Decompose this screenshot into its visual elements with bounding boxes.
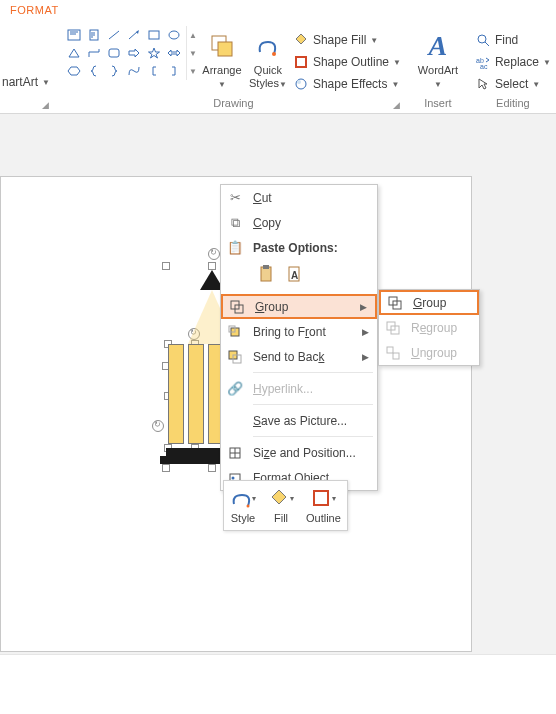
find-button[interactable]: Find xyxy=(473,30,553,50)
shape-arrow-line-icon[interactable] xyxy=(124,26,144,44)
sub-regroup: Regroup xyxy=(379,315,479,340)
svg-rect-20 xyxy=(296,57,306,67)
lamp-base-1-shape[interactable] xyxy=(166,448,224,456)
submenu-arrow-icon: ▶ xyxy=(360,302,367,312)
ctx-send-to-back[interactable]: Send to Back▶ xyxy=(221,344,377,369)
shape-oval-icon[interactable] xyxy=(164,26,184,44)
shape-connector-icon[interactable] xyxy=(124,62,144,80)
shape-rbrace-icon[interactable] xyxy=(104,62,124,80)
mini-outline-label: Outline xyxy=(306,512,341,524)
replace-button[interactable]: abacReplace▼ xyxy=(473,52,553,72)
scroll-down-icon[interactable]: ▼ xyxy=(187,44,199,62)
scroll-up-icon[interactable]: ▲ xyxy=(187,26,199,44)
shape-rectangle-icon[interactable] xyxy=(144,26,164,44)
mini-fill-button[interactable]: ▾ Fill xyxy=(268,487,294,524)
group-icon xyxy=(223,300,251,314)
shape-rounded-rect-icon[interactable] xyxy=(104,44,124,62)
shape-fill-button[interactable]: Shape Fill▼ xyxy=(291,30,403,50)
select-icon xyxy=(475,76,491,92)
arrange-button[interactable]: Arrange▼ xyxy=(199,26,245,91)
shape-line-icon[interactable] xyxy=(104,26,124,44)
group-icon xyxy=(381,296,409,310)
tab-format[interactable]: FORMAT xyxy=(0,0,69,22)
quick-styles-label: Quick Styles xyxy=(249,64,282,89)
rotate-handle[interactable] xyxy=(208,248,220,260)
svg-text:ac: ac xyxy=(480,63,488,69)
shape-effects-icon xyxy=(293,76,309,92)
svg-marker-16 xyxy=(68,67,80,75)
shape-textbox-icon[interactable] xyxy=(64,26,84,44)
mini-fill-label: Fill xyxy=(274,512,288,524)
scroll-more-icon[interactable]: ▼ xyxy=(187,62,199,80)
submenu-arrow-icon: ▶ xyxy=(362,327,369,337)
shape-elbow-icon[interactable] xyxy=(84,44,104,62)
shape-hexagon-icon[interactable] xyxy=(64,62,84,80)
ctx-copy[interactable]: ⧉Copy xyxy=(221,210,377,235)
shape-rbracket-icon[interactable] xyxy=(164,62,184,80)
mini-outline-button[interactable]: ▾ Outline xyxy=(306,487,341,524)
svg-point-23 xyxy=(478,35,486,43)
group-editing-label: Editing xyxy=(496,97,530,109)
replace-label: Replace xyxy=(495,55,539,69)
svg-point-49 xyxy=(247,505,250,508)
mini-style-label: Style xyxy=(231,512,255,524)
ctx-bring-to-front[interactable]: Bring to Front▶ xyxy=(221,319,377,344)
mini-style-button[interactable]: ▾ Style xyxy=(230,487,256,524)
find-label: Find xyxy=(495,33,518,47)
rotate-handle[interactable] xyxy=(152,420,164,432)
convert-to-smartart-button[interactable]: nartArt▼ xyxy=(0,72,52,92)
ctx-hyperlink: 🔗Hyperlink... xyxy=(221,376,377,401)
group-submenu: Group Regroup Ungroup xyxy=(378,289,480,366)
ctx-group[interactable]: Group▶ xyxy=(221,294,377,319)
paste-option-1[interactable] xyxy=(253,262,279,288)
submenu-arrow-icon: ▶ xyxy=(362,352,369,362)
shapes-gallery-scroll[interactable]: ▲ ▼ ▼ xyxy=(186,26,199,80)
shape-lbracket-icon[interactable] xyxy=(144,62,164,80)
svg-marker-15 xyxy=(168,50,180,56)
shape-right-arrow-icon[interactable] xyxy=(124,44,144,62)
smartart-label: nartArt xyxy=(2,75,38,89)
select-button[interactable]: Select▼ xyxy=(473,74,553,94)
ctx-size-and-position[interactable]: Size and Position... xyxy=(221,440,377,465)
shape-lbrace-icon[interactable] xyxy=(84,62,104,80)
shape-outline-icon xyxy=(293,54,309,70)
svg-marker-27 xyxy=(479,79,487,89)
shape-fill-label: Shape Fill xyxy=(313,33,366,47)
ribbon: nartArt▼ ◢ xyxy=(0,22,556,114)
shape-effects-button[interactable]: Shape Effects▼ xyxy=(291,74,403,94)
svg-rect-50 xyxy=(314,491,328,505)
shape-outline-label: Shape Outline xyxy=(313,55,389,69)
group-insert-text: A WordArt▼ Insert Text xyxy=(409,22,467,113)
paragraph-launcher-icon[interactable]: ◢ xyxy=(40,97,52,109)
paste-option-2[interactable]: A xyxy=(281,262,307,288)
ungroup-icon xyxy=(379,346,407,360)
send-back-icon xyxy=(221,350,249,364)
shape-vertical-textbox-icon[interactable] xyxy=(84,26,104,44)
shape-triangle-icon[interactable] xyxy=(64,44,84,62)
shape-outline-button[interactable]: Shape Outline▼ xyxy=(291,52,403,72)
shape-star-icon[interactable] xyxy=(144,44,164,62)
bottom-bar xyxy=(0,654,556,714)
svg-point-19 xyxy=(272,52,276,56)
sub-group[interactable]: Group xyxy=(379,290,479,315)
drawing-launcher-icon[interactable]: ◢ xyxy=(391,97,403,109)
svg-rect-48 xyxy=(393,353,399,359)
quick-styles-button[interactable]: Quick Styles▼ xyxy=(245,26,291,91)
shapes-gallery[interactable] xyxy=(64,26,184,80)
svg-rect-18 xyxy=(218,42,232,56)
shape-fill-icon xyxy=(293,32,309,48)
ctx-cut[interactable]: ✂Cut xyxy=(221,185,377,210)
svg-point-22 xyxy=(297,80,301,84)
ctx-paste-options: 📋Paste Options: xyxy=(221,235,377,260)
svg-rect-12 xyxy=(109,49,119,57)
select-label: Select xyxy=(495,77,528,91)
lamp-body-1-shape[interactable] xyxy=(168,344,184,444)
ctx-save-as-picture[interactable]: Save as Picture... xyxy=(221,408,377,433)
context-menu: ✂Cut ⧉Copy 📋Paste Options: A Group▶ Brin… xyxy=(220,184,378,491)
cut-icon: ✂ xyxy=(221,190,249,205)
shape-double-arrow-icon[interactable] xyxy=(164,44,184,62)
lamp-body-2-shape[interactable] xyxy=(188,344,204,444)
wordart-button[interactable]: A WordArt▼ xyxy=(415,26,461,91)
svg-point-21 xyxy=(296,79,306,89)
svg-marker-14 xyxy=(148,48,159,58)
